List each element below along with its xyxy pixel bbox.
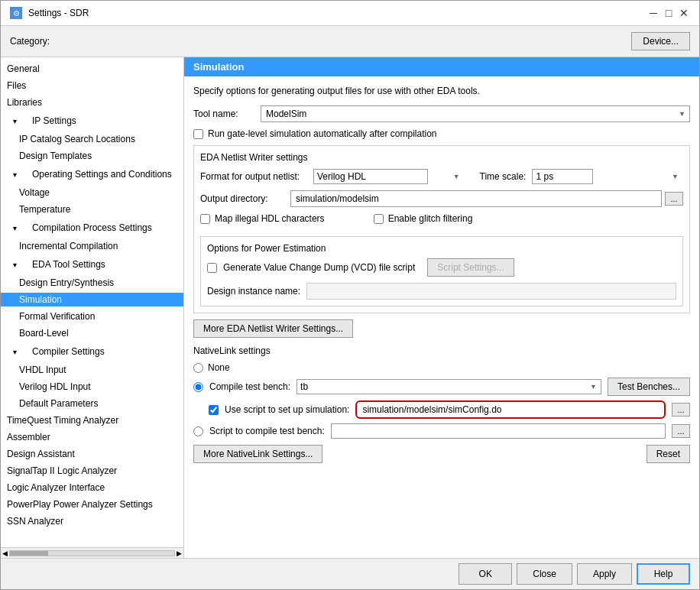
sidebar-item-ip-settings[interactable]: ▾ IP Settings (1, 111, 183, 131)
collapse-icon-operating: ▾ (7, 169, 23, 180)
design-instance-label: Design instance name: (207, 286, 300, 297)
help-button[interactable]: Help (637, 563, 690, 585)
map-illegal-row: Map illegal HDL characters (200, 213, 325, 224)
tool-name-select[interactable]: ModelSimModelSim-AlteraVCSVCS MXNC-SimRi… (261, 105, 690, 122)
radio-none[interactable] (193, 363, 203, 373)
format-select-wrapper: Verilog HDL VHDL (313, 169, 465, 184)
compile-bench-select-wrapper: tb (297, 379, 601, 394)
timescale-select-wrapper: 1 ps 10 ps 100 ps 1 ns (532, 169, 683, 184)
ok-button[interactable]: OK (459, 563, 512, 585)
run-gatelevel-row: Run gate-level simulation automatically … (193, 128, 690, 139)
sidebar-item-general[interactable]: General (1, 60, 183, 77)
generate-vcd-checkbox[interactable] (207, 263, 217, 273)
right-panel: Simulation Specify options for generatin… (184, 57, 699, 558)
sidebar-item-vhdl[interactable]: VHDL Input (1, 361, 183, 378)
sidebar: General Files Libraries ▾ IP Settings IP… (1, 57, 184, 547)
run-gatelevel-checkbox[interactable] (193, 129, 203, 139)
script-settings-button[interactable]: Script Settings... (427, 258, 514, 277)
format-select[interactable]: Verilog HDL VHDL (313, 169, 428, 184)
output-dir-input[interactable] (290, 190, 662, 207)
sidebar-item-default-params[interactable]: Default Parameters (1, 395, 183, 412)
close-button[interactable]: Close (517, 563, 572, 585)
sidebar-item-operating-settings[interactable]: ▾ Operating Settings and Conditions (1, 164, 183, 184)
use-script-checkbox[interactable] (209, 405, 219, 415)
apply-button[interactable]: Apply (577, 563, 632, 585)
sidebar-item-assembler[interactable]: Assembler (1, 429, 183, 446)
radio-script-compile-label: Script to compile test bench: (209, 426, 325, 436)
script-compile-input[interactable] (331, 423, 666, 439)
footer-buttons: OK Close Apply Help (459, 563, 690, 585)
enable-glitch-checkbox[interactable] (374, 214, 384, 224)
run-gatelevel-label: Run gate-level simulation automatically … (208, 128, 436, 139)
output-dir-label: Output directory: (200, 193, 284, 204)
reset-button[interactable]: Reset (647, 445, 690, 463)
format-row: Format for output netlist: Verilog HDL V… (200, 169, 683, 184)
enable-glitch-row: Enable glitch filtering (374, 213, 473, 224)
sidebar-item-incremental[interactable]: Incremental Compilation (1, 238, 183, 254)
test-benches-button[interactable]: Test Benches... (608, 378, 690, 396)
radio-compile-label: Compile test bench: (209, 381, 290, 392)
compile-bench-row: Compile test bench: tb Test Benches... (193, 378, 690, 396)
category-bar: Category: Device... (1, 26, 699, 57)
map-illegal-checkbox[interactable] (200, 214, 210, 224)
panel-description: Specify options for generating output fi… (193, 86, 690, 96)
device-button[interactable]: Device... (631, 32, 690, 50)
compile-bench-select[interactable]: tb (297, 379, 601, 394)
more-nativelink-button[interactable]: More NativeLink Settings... (193, 445, 322, 463)
sidebar-item-formal-verification[interactable]: Formal Verification (1, 308, 183, 325)
format-label: Format for output netlist: (200, 171, 307, 182)
window-controls: ─ □ ✕ (647, 7, 690, 19)
sidebar-item-temperature[interactable]: Temperature (1, 201, 183, 218)
output-dir-row: Output directory: ... (200, 190, 683, 207)
category-label: Category: (10, 36, 50, 47)
design-instance-row: Design instance name: (207, 283, 676, 300)
scroll-left-arrow[interactable]: ◀ (2, 549, 8, 557)
generate-vcd-label: Generate Value Change Dump (VCD) file sc… (223, 262, 415, 273)
sidebar-item-design-assistant[interactable]: Design Assistant (1, 446, 183, 462)
use-script-browse-btn[interactable]: ... (672, 403, 690, 417)
sidebar-item-design-entry[interactable]: Design Entry/Synthesis (1, 274, 183, 291)
use-script-input[interactable] (358, 403, 663, 417)
collapse-icon: ▾ (7, 115, 23, 127)
close-button[interactable]: ✕ (678, 7, 690, 19)
sidebar-item-libraries[interactable]: Libraries (1, 94, 183, 111)
radio-script-compile[interactable] (193, 426, 203, 436)
sidebar-item-timequest[interactable]: TimeQuest Timing Analyzer (1, 412, 183, 429)
sidebar-item-design-templates[interactable]: Design Templates (1, 148, 183, 164)
sidebar-item-compiler-settings[interactable]: ▾ Compiler Settings (1, 342, 183, 361)
sidebar-item-ssn[interactable]: SSN Analyzer (1, 513, 183, 530)
more-eda-button[interactable]: More EDA Netlist Writer Settings... (193, 319, 353, 338)
sidebar-item-compilation-process[interactable]: ▾ Compilation Process Settings (1, 218, 183, 238)
app-icon: ⚙ (10, 7, 22, 19)
design-instance-input[interactable] (306, 283, 676, 300)
sidebar-scrollbar[interactable]: ◀ ▶ (1, 547, 183, 558)
sidebar-item-board-level[interactable]: Board-Level (1, 325, 183, 342)
sidebar-item-simulation[interactable]: Simulation (1, 291, 183, 308)
radio-compile[interactable] (193, 382, 203, 392)
sidebar-item-logic-analyzer[interactable]: Logic Analyzer Interface (1, 479, 183, 496)
timescale-select[interactable]: 1 ps 10 ps 100 ps 1 ns (532, 169, 593, 184)
script-compile-browse-btn[interactable]: ... (672, 424, 690, 438)
window-title: Settings - SDR (28, 8, 89, 18)
title-bar: ⚙ Settings - SDR ─ □ ✕ (1, 1, 699, 26)
tool-name-select-wrapper: ModelSimModelSim-AlteraVCSVCS MXNC-SimRi… (261, 105, 690, 122)
eda-netlist-label: EDA Netlist Writer settings (200, 152, 683, 163)
timescale-label: Time scale: (480, 171, 527, 182)
script-compile-row: Script to compile test bench: ... (193, 423, 690, 439)
scroll-right-arrow[interactable]: ▶ (177, 549, 182, 557)
output-dir-browse-btn[interactable]: ... (665, 192, 683, 206)
nativelink-label: NativeLink settings (193, 345, 690, 356)
maximize-button[interactable]: □ (663, 7, 675, 19)
collapse-icon-compiler: ▾ (7, 346, 23, 358)
footer: OK Close Apply Help (1, 558, 699, 589)
use-script-row: Use script to set up simulation: ... (193, 400, 690, 419)
sidebar-item-verilog[interactable]: Verilog HDL Input (1, 378, 183, 395)
sidebar-item-signaltap[interactable]: SignalTap II Logic Analyzer (1, 462, 183, 479)
enable-glitch-label: Enable glitch filtering (388, 213, 473, 224)
sidebar-item-ip-catalog[interactable]: IP Catalog Search Locations (1, 131, 183, 148)
sidebar-item-powerplay[interactable]: PowerPlay Power Analyzer Settings (1, 496, 183, 513)
sidebar-item-voltage[interactable]: Voltage (1, 184, 183, 201)
sidebar-item-eda-tool-settings[interactable]: ▾ EDA Tool Settings (1, 254, 183, 274)
minimize-button[interactable]: ─ (647, 7, 659, 19)
sidebar-item-files[interactable]: Files (1, 77, 183, 94)
